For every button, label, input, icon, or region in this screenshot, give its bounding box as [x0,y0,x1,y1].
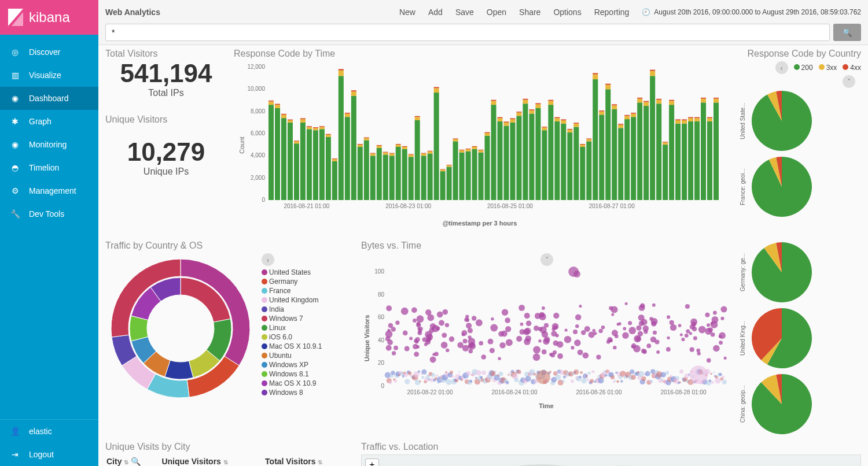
svg-point-252 [571,346,574,349]
panel-city: Unique Visits by City City ⇅ 🔍 Unique Vi… [105,442,354,466]
svg-point-408 [707,358,711,363]
nav-dashboard[interactable]: ◉Dashboard [0,87,98,110]
svg-rect-69 [396,147,401,200]
toolbar-share[interactable]: Share [519,8,540,17]
svg-rect-121 [503,123,509,126]
svg-point-307 [565,328,568,331]
svg-text:80: 80 [378,291,385,298]
svg-point-617 [588,372,591,375]
legend-next[interactable]: › [262,253,274,266]
svg-rect-131 [523,99,528,100]
shield-icon: ◓ [9,163,21,172]
svg-rect-120 [503,126,509,200]
svg-rect-31 [313,128,318,130]
svg-point-564 [519,372,521,374]
svg-point-277 [667,336,670,339]
svg-rect-59 [370,153,376,154]
response-time-chart[interactable]: 02,0004,0006,0008,00010,00012,0002016-08… [234,61,726,229]
svg-point-710 [709,379,711,382]
svg-point-447 [428,337,431,341]
svg-rect-160 [586,139,591,142]
city-table: City ⇅ 🔍 Unique Visitors ⇅ Total Visitor… [105,454,354,466]
toolbar-options[interactable]: Options [553,8,581,17]
svg-rect-159 [586,141,591,200]
toolbar-save[interactable]: Save [455,8,474,17]
svg-rect-67 [389,154,395,156]
nav-user[interactable]: 👤elastic [0,420,98,443]
nav-visualize[interactable]: ▥Visualize [0,64,98,87]
svg-text:2016-08-24 01:00: 2016-08-24 01:00 [492,389,538,395]
svg-rect-55 [364,138,369,140]
svg-text:2016-08-27 01:00: 2016-08-27 01:00 [589,203,635,209]
svg-rect-85 [428,151,433,154]
svg-point-561 [514,378,518,382]
svg-point-309 [516,336,522,342]
svg-point-722 [536,370,550,384]
svg-point-333 [498,331,504,337]
svg-point-367 [612,330,618,336]
svg-point-343 [594,332,597,335]
svg-point-363 [434,352,439,356]
svg-rect-192 [656,103,661,200]
svg-rect-66 [389,156,395,200]
svg-rect-60 [377,148,382,200]
bytes-scatter[interactable]: 0204060801002016-08-22 01:002016-08-24 0… [361,266,731,410]
svg-point-434 [417,315,424,323]
toolbar-new[interactable]: New [399,8,415,17]
svg-rect-124 [510,119,515,123]
nav-devtools[interactable]: 🔧Dev Tools [0,202,98,225]
col-total[interactable]: Total Visitors ⇅ [264,454,354,466]
legend-prev[interactable]: ‹ [775,61,788,74]
svg-rect-183 [637,102,642,200]
metric-value: 10,279 [105,138,227,167]
svg-rect-167 [599,110,604,112]
traffic-donut[interactable] [105,253,256,404]
svg-point-428 [601,326,605,330]
search-input[interactable] [105,24,830,41]
search-icon[interactable]: 🔍 [131,457,141,466]
svg-rect-198 [669,105,674,200]
col-city[interactable]: City ⇅ 🔍 [105,454,160,466]
svg-rect-207 [688,121,693,200]
time-range-picker[interactable]: 🕘 August 20th 2016, 09:00:00.000 to Augu… [642,8,861,16]
svg-point-509 [446,379,452,385]
traffic-legend: United StatesGermanyFranceUnited Kingdom… [262,268,322,397]
collapse-icon[interactable]: ˅ [540,253,553,266]
svg-rect-11 [269,101,274,102]
collapse-icon[interactable]: ˄ [843,75,855,88]
col-unique[interactable]: Unique Visitors ⇅ [160,454,264,466]
svg-point-723 [689,365,708,384]
svg-point-312 [666,347,671,352]
svg-rect-136 [535,104,540,108]
svg-point-388 [386,305,392,311]
nav-logout[interactable]: ⇥Logout [0,443,98,466]
toolbar-open[interactable]: Open [487,8,506,17]
panel-title: Bytes vs. Time [361,241,733,251]
svg-point-575 [533,373,536,376]
search-button[interactable]: 🔍 [833,24,861,41]
nav-graph[interactable]: ✱Graph [0,110,98,133]
nav-discover[interactable]: ◎Discover [0,40,98,64]
svg-point-410 [642,349,647,354]
svg-point-462 [385,372,391,378]
nav-management[interactable]: ⚙Management [0,179,98,202]
svg-rect-109 [479,150,484,153]
svg-point-271 [533,346,540,354]
svg-point-357 [707,323,710,327]
svg-rect-24 [300,123,306,200]
svg-rect-122 [503,121,509,123]
map[interactable]: + – [361,454,861,466]
svg-point-249 [449,336,454,342]
nav-timelion[interactable]: ◓Timelion [0,156,98,179]
toolbar-add[interactable]: Add [428,8,443,17]
toolbar-reporting[interactable]: Reporting [594,8,630,17]
svg-rect-132 [529,114,534,201]
nav-monitoring[interactable]: ◉Monitoring [0,133,98,156]
svg-point-345 [490,348,495,353]
svg-point-304 [403,331,408,336]
svg-rect-115 [491,101,496,105]
svg-rect-17 [281,114,286,115]
svg-point-289 [506,339,513,346]
svg-point-500 [436,375,438,377]
svg-point-721 [722,380,727,384]
